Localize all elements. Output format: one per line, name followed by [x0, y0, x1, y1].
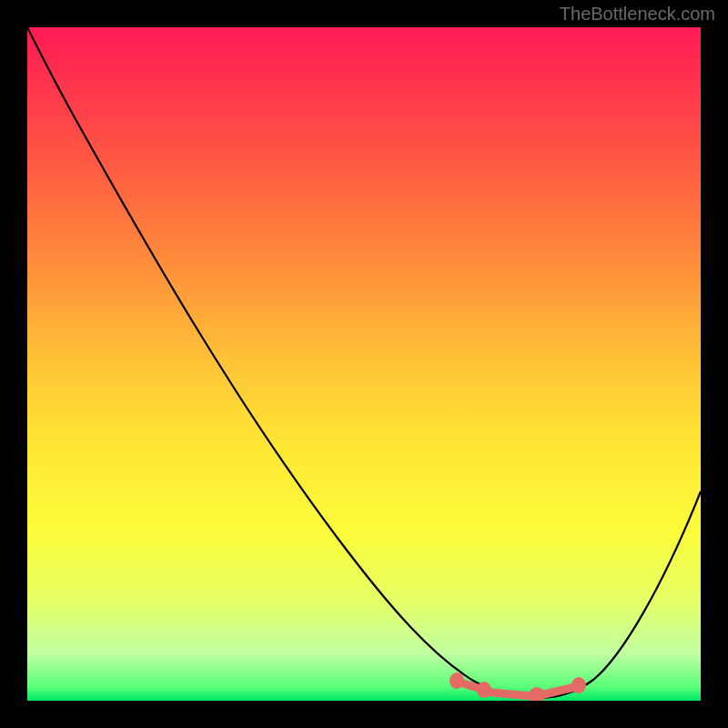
attribution-label: TheBottleneck.com [560, 4, 715, 25]
bottleneck-curve-line [27, 27, 701, 698]
optimal-range-markers [450, 672, 586, 701]
bottleneck-curve-svg [27, 27, 701, 701]
marker-dot [450, 672, 464, 689]
marker-dot [477, 682, 491, 698]
connector [491, 693, 532, 696]
chart-plot-area [27, 27, 701, 701]
marker-dot [529, 687, 545, 701]
marker-dot [571, 677, 586, 693]
